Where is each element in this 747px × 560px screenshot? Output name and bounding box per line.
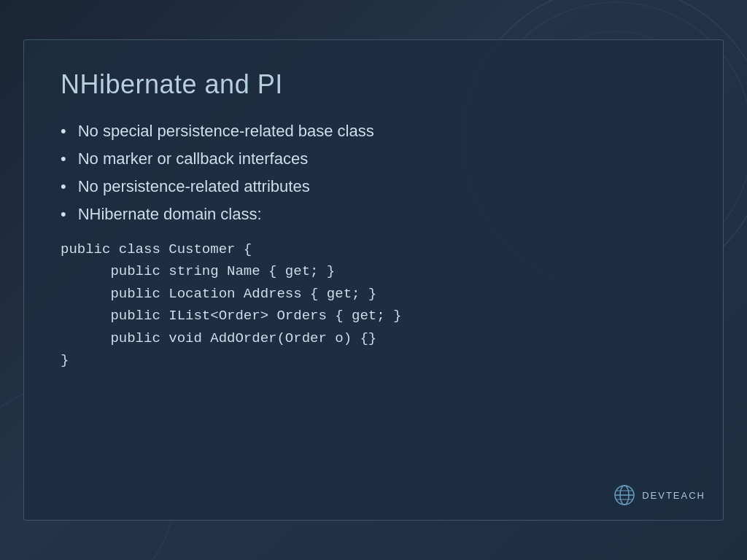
bullet-item-3: No persistence-related attributes — [61, 177, 686, 196]
devteach-logo-icon — [613, 483, 636, 507]
slide-title: NHibernate and PI — [61, 69, 686, 100]
slide-container: NHibernate and PI No special persistence… — [0, 0, 747, 560]
code-block: public class Customer { public string Na… — [61, 238, 686, 371]
bullet-item-4-text: NHibernate domain class: — [78, 205, 262, 224]
bullet-item-3-text: No persistence-related attributes — [78, 177, 310, 196]
logo-text: DEVTEACH — [642, 490, 705, 501]
bullet-item-1: No special persistence-related base clas… — [61, 122, 686, 141]
bullet-item-4: NHibernate domain class: — [61, 205, 686, 224]
bullet-item-1-text: No special persistence-related base clas… — [78, 122, 374, 141]
bullet-item-2: No marker or callback interfaces — [61, 149, 686, 168]
logo-area: DEVTEACH — [613, 483, 705, 507]
slide-card: NHibernate and PI No special persistence… — [23, 39, 724, 521]
bullet-list: No special persistence-related base clas… — [61, 122, 686, 224]
bullet-item-2-text: No marker or callback interfaces — [78, 149, 308, 168]
